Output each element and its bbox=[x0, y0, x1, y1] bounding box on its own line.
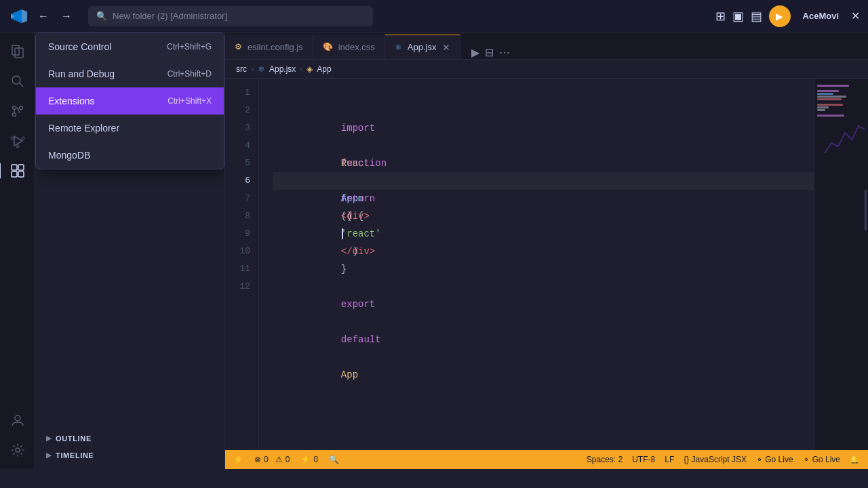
tab-eslint-config[interactable]: ⚙ eslint.config.js bbox=[225, 35, 313, 59]
svg-rect-12 bbox=[18, 165, 24, 170]
svg-point-2 bbox=[12, 76, 20, 84]
search-text: New folder (2) [Administrator] bbox=[113, 11, 227, 21]
svg-marker-7 bbox=[14, 136, 22, 146]
breadcrumb-app[interactable]: App bbox=[317, 64, 331, 74]
status-right: Spaces: 2 UTF-8 LF {} JavaScript JSX ⚬ G… bbox=[587, 455, 860, 464]
nav-buttons: ← → bbox=[34, 7, 76, 26]
grid-icon[interactable]: ⊞ bbox=[715, 9, 726, 24]
dropdown-shortcut-run-debug: Ctrl+Shift+D bbox=[167, 69, 212, 79]
dropdown-item-mongodb[interactable]: MongoDB bbox=[36, 142, 224, 169]
tab-app-jsx[interactable]: ⚛ App.jsx ✕ bbox=[385, 35, 460, 59]
status-spaces[interactable]: UTF-8 bbox=[632, 455, 655, 464]
context-dropdown-menu: Source Control Ctrl+Shift+G Run and Debu… bbox=[35, 33, 224, 169]
activity-settings[interactable] bbox=[4, 436, 31, 464]
status-ports[interactable]: ⚡ 0 bbox=[300, 455, 318, 464]
golive-icon: ⚬ bbox=[803, 455, 810, 464]
breadcrumb-component-icon: ◈ bbox=[307, 64, 313, 74]
status-toggle-icon[interactable]: ⚡ bbox=[233, 455, 243, 464]
jsx-file-icon: ⚛ bbox=[395, 43, 402, 52]
status-notifications[interactable]: 🔔 bbox=[850, 455, 860, 464]
editor-main: 1 2 3 4 5 6 7 8 9 10 11 12 bbox=[225, 79, 868, 450]
activity-run-debug[interactable] bbox=[4, 127, 31, 155]
svg-rect-11 bbox=[12, 165, 17, 170]
status-search-icon[interactable]: 🔍 bbox=[329, 455, 339, 464]
svg-point-5 bbox=[19, 106, 22, 110]
status-errors-warnings[interactable]: ⊗ 0 ⚠ 0 bbox=[254, 455, 290, 464]
code-content: import React from 'react' function bbox=[259, 79, 814, 450]
status-eol[interactable]: {} JavaScript JSX bbox=[684, 455, 747, 464]
more-actions-icon[interactable]: ⋯ bbox=[499, 46, 510, 59]
activity-extensions[interactable] bbox=[4, 157, 31, 184]
title-bar: ← → 🔍 New folder (2) [Administrator] ⊞ ▣… bbox=[0, 0, 868, 33]
code-line-6: <div> bbox=[273, 172, 814, 190]
status-position[interactable]: Spaces: 2 bbox=[587, 455, 623, 464]
activity-explorer[interactable] bbox=[4, 38, 31, 65]
status-encoding[interactable]: LF bbox=[665, 455, 674, 464]
breadcrumb-sep-2: › bbox=[300, 64, 302, 74]
code-editor[interactable]: 1 2 3 4 5 6 7 8 9 10 11 12 bbox=[225, 79, 814, 450]
svg-point-9 bbox=[22, 137, 24, 140]
sidebar-icon[interactable]: ▤ bbox=[751, 9, 762, 24]
breadcrumb-appjsx[interactable]: App.jsx bbox=[269, 64, 296, 74]
tab-index-css[interactable]: 🎨 index.css bbox=[313, 35, 385, 59]
magnifier-icon: 🔍 bbox=[329, 455, 339, 464]
dropdown-label-extensions: Extensions bbox=[48, 96, 94, 106]
main-layout: EXPLORER NEW FOLDER (2) ··· ▶ 📁 assets ⚛… bbox=[0, 33, 868, 469]
css-file-icon: 🎨 bbox=[323, 42, 333, 52]
dropdown-item-source-control[interactable]: Source Control Ctrl+Shift+G bbox=[36, 33, 224, 60]
status-bar: ⚡ ⊗ 0 ⚠ 0 ⚡ 0 🔍 Spaces: 2 UTF-8 bbox=[225, 450, 868, 469]
minimap-scroll-handle[interactable] bbox=[865, 190, 867, 230]
tab-close-button[interactable]: ✕ bbox=[442, 42, 450, 53]
title-right-actions: ⊞ ▣ ▤ ▶ AceMovi ✕ bbox=[715, 5, 860, 27]
layout-icon[interactable]: ▣ bbox=[732, 9, 744, 24]
dropdown-item-run-debug[interactable]: Run and Debug Ctrl+Shift+D bbox=[36, 60, 224, 87]
vscode-logo-icon bbox=[8, 7, 27, 26]
bell-icon: 🔔 bbox=[850, 455, 860, 464]
forward-button[interactable]: → bbox=[57, 7, 76, 26]
code-line-12: export default App bbox=[273, 278, 814, 296]
sidebar-bottom-panels: ▶ OUTLINE ▶ TIMELINE bbox=[35, 424, 224, 469]
code-line-4: function App () { bbox=[273, 137, 814, 155]
svg-point-6 bbox=[12, 113, 16, 117]
outline-panel-toggle[interactable]: ▶ OUTLINE bbox=[35, 430, 224, 447]
dropdown-item-extensions[interactable]: Extensions Ctrl+Shift+X bbox=[36, 87, 224, 115]
warning-icon: ⚠ bbox=[275, 455, 283, 464]
breadcrumb: src › ⚛ App.jsx › ◈ App bbox=[225, 60, 868, 79]
svg-rect-14 bbox=[12, 171, 17, 177]
close-icon[interactable]: ✕ bbox=[851, 9, 860, 22]
activity-account[interactable] bbox=[4, 407, 31, 434]
split-editor-icon[interactable]: ⊟ bbox=[485, 46, 494, 59]
dropdown-item-remote-explorer[interactable]: Remote Explorer bbox=[36, 115, 224, 142]
title-search[interactable]: 🔍 New folder (2) [Administrator] bbox=[88, 6, 373, 26]
sidebar: EXPLORER NEW FOLDER (2) ··· ▶ 📁 assets ⚛… bbox=[35, 33, 225, 469]
outline-chevron-icon: ▶ bbox=[46, 434, 52, 443]
code-line-1 bbox=[273, 84, 814, 102]
search-icon: 🔍 bbox=[96, 11, 107, 21]
svg-rect-0 bbox=[12, 45, 19, 55]
breadcrumb-src[interactable]: src bbox=[236, 64, 247, 74]
minimap bbox=[814, 79, 868, 450]
dropdown-label-source-control: Source Control bbox=[48, 41, 111, 52]
status-golive[interactable]: ⚬ Go Live bbox=[803, 455, 840, 464]
svg-rect-13 bbox=[18, 171, 24, 177]
status-language[interactable]: ⚬ Go Live bbox=[756, 455, 793, 464]
timeline-chevron-icon: ▶ bbox=[46, 451, 52, 460]
tab-bar: ⚙ eslint.config.js 🎨 index.css ⚛ App.jsx… bbox=[225, 33, 868, 60]
activity-source-control[interactable] bbox=[4, 98, 31, 125]
dropdown-shortcut-source-control: Ctrl+Shift+G bbox=[167, 42, 212, 52]
error-icon: ⊗ bbox=[254, 455, 261, 464]
back-button[interactable]: ← bbox=[34, 7, 53, 26]
timeline-panel-toggle[interactable]: ▶ TIMELINE bbox=[35, 447, 224, 464]
line-numbers: 1 2 3 4 5 6 7 8 9 10 11 12 bbox=[225, 79, 259, 450]
activity-search[interactable] bbox=[4, 68, 31, 95]
run-code-icon[interactable]: ▶ bbox=[471, 46, 479, 59]
dropdown-label-remote-explorer: Remote Explorer bbox=[48, 123, 119, 134]
run-button[interactable]: ▶ bbox=[769, 5, 791, 27]
activity-bottom-icons bbox=[4, 407, 31, 464]
remote-icon: ⚡ bbox=[233, 455, 243, 464]
tab-actions: ▶ ⊟ ⋯ bbox=[466, 46, 515, 59]
svg-point-10 bbox=[16, 145, 19, 148]
dropdown-label-run-debug: Run and Debug bbox=[48, 68, 115, 79]
svg-line-3 bbox=[19, 83, 23, 87]
breadcrumb-icon-jsx: ⚛ bbox=[258, 64, 265, 74]
